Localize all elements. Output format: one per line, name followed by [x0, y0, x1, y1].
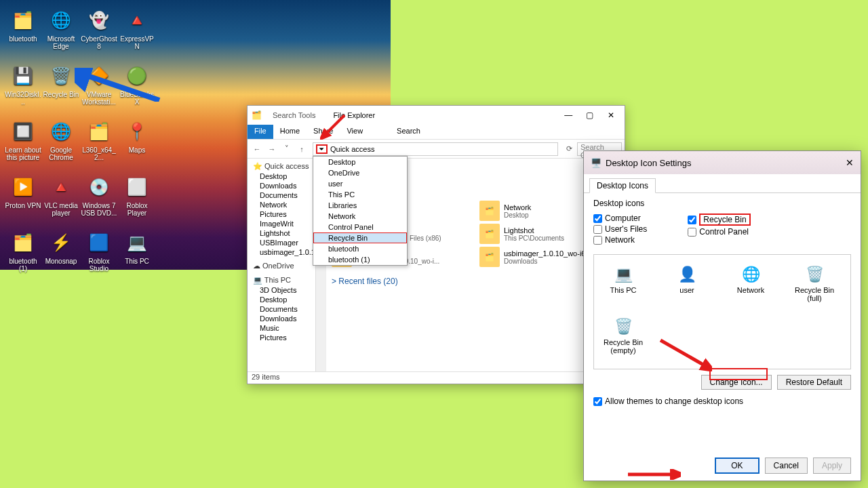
desktop-icon-bluetooth[interactable]: 🗂️bluetooth — [4, 4, 42, 60]
desktop-icon-bluetooth-1-[interactable]: 🗂️bluetooth (1) — [4, 226, 42, 282]
allow-themes-checkbox[interactable]: Allow themes to change desktop icons — [593, 396, 851, 406]
ok-button[interactable]: OK — [715, 458, 759, 474]
nav-up[interactable]: ↑ — [295, 145, 309, 153]
allow-themes-input[interactable] — [593, 397, 602, 406]
dropdown-item-network[interactable]: Network — [313, 211, 407, 222]
icon-label: This PC — [125, 258, 149, 265]
nav-item-3d-objects[interactable]: 3D Objects — [248, 285, 326, 295]
explorer-titlebar[interactable]: 🗂️ Search Tools File Explorer — ▢ ✕ — [248, 106, 625, 125]
dialog-close-button[interactable]: ✕ — [846, 157, 854, 168]
desktop-icon-cyberghost-8[interactable]: 👻CyberGhost 8 — [80, 4, 118, 60]
desktop-icon-vlc-media-player[interactable]: 🔺VLC media player — [42, 171, 80, 226]
folder-icon: 🗂️ — [479, 247, 500, 267]
desktop-icon-vmware-workstati-[interactable]: 🔶VMware Workstati... — [80, 60, 118, 115]
checkbox-control-panel[interactable]: Control Panel — [688, 227, 750, 237]
checkbox-recycle-bin[interactable]: Recycle Bin — [688, 214, 750, 226]
desktop-icon-google-chrome[interactable]: 🌐Google Chrome — [42, 115, 80, 171]
dropdown-item-onedrive[interactable]: OneDrive — [313, 167, 407, 178]
dropdown-item-user[interactable]: user — [313, 178, 407, 189]
minimize-button[interactable]: — — [559, 110, 578, 120]
icon-preview-grid[interactable]: 💻This PC👤user🌐Network🗑️Recycle Bin (full… — [593, 254, 851, 369]
address-bar[interactable]: ⏷ Quick access DesktopOneDriveuserThis P… — [313, 142, 558, 156]
ribbon-home[interactable]: Home — [273, 125, 307, 139]
nav-back[interactable]: ← — [250, 145, 264, 153]
icon-label: bluetooth — [9, 35, 37, 43]
window-title: File Explorer — [326, 110, 382, 121]
maximize-button[interactable]: ▢ — [580, 110, 599, 120]
nav-item-downloads[interactable]: Downloads — [248, 314, 326, 323]
checkbox-input[interactable] — [688, 216, 696, 224]
nav-recent[interactable]: ˅ — [280, 144, 294, 153]
checkbox-user-s-files[interactable]: User's Files — [593, 224, 647, 234]
nav-item-desktop[interactable]: Desktop — [248, 295, 326, 304]
desktop-icon-bluestacks-x[interactable]: 🟢BlueStacks X — [118, 60, 156, 115]
checkbox-computer[interactable]: Computer — [593, 214, 647, 223]
checkbox-network[interactable]: Network — [593, 235, 647, 245]
dropdown-item-desktop[interactable]: Desktop — [313, 157, 407, 167]
tab-desktop-icons[interactable]: Desktop Icons — [589, 178, 656, 193]
dialog-titlebar[interactable]: 🖥️ Desktop Icon Settings ✕ — [584, 151, 861, 174]
dropdown-item-control-panel[interactable]: Control Panel — [313, 222, 407, 232]
checkbox-input[interactable] — [688, 228, 696, 237]
recent-files-header[interactable]: > Recent files (20) — [332, 277, 619, 286]
dropdown-item-bluetooth-1-[interactable]: bluetooth (1) — [313, 254, 407, 265]
dropdown-item-this-pc[interactable]: This PC — [313, 189, 407, 200]
preview-icon-this-pc[interactable]: 💻This PC — [599, 263, 647, 308]
desktop-icon-win32diski-[interactable]: 💾Win32DiskI... — [4, 60, 42, 115]
icon-label: VMware Workstati... — [81, 91, 117, 106]
ribbon-file[interactable]: File — [248, 125, 273, 139]
ribbon-search[interactable]: Search — [390, 125, 427, 139]
desktop-icon-this-pc[interactable]: 💻This PC — [118, 226, 156, 282]
desktop-icon-maps[interactable]: 📍Maps — [118, 115, 156, 171]
nav-fwd[interactable]: → — [265, 145, 279, 153]
restore-default-button[interactable]: Restore Default — [777, 375, 851, 390]
preview-icon-recycle-bin-empty-[interactable]: 🗑️Recycle Bin (empty) — [599, 315, 647, 361]
search-tools-tab[interactable]: Search Tools — [266, 110, 322, 121]
desktop-icon-roblox-player[interactable]: ⬜Roblox Player — [118, 171, 156, 226]
checkbox-input[interactable] — [593, 236, 602, 245]
icon-label: Google Chrome — [43, 146, 79, 161]
desktop-icon-roblox-studio[interactable]: 🟦Roblox Studio — [80, 226, 118, 282]
dropdown-item-libraries[interactable]: Libraries — [313, 200, 407, 211]
checkbox-input[interactable] — [593, 225, 602, 234]
address-chevron-highlight[interactable]: ⏷ — [316, 144, 328, 154]
desktop-icon-learn-about-this-picture[interactable]: 🔲Learn about this picture — [4, 115, 42, 171]
app-icon: 🔲 — [9, 118, 37, 145]
icon-label: VLC media player — [43, 202, 79, 217]
folder-icon: 🗂️ — [252, 110, 262, 120]
address-dropdown: DesktopOneDriveuserThis PCLibrariesNetwo… — [313, 156, 408, 266]
folder-path: Desktop — [504, 211, 531, 219]
ribbon-view[interactable]: View — [340, 125, 370, 139]
cancel-button[interactable]: Cancel — [765, 458, 808, 474]
desktop-icon-proton-vpn[interactable]: ▶️Proton VPN — [4, 171, 42, 226]
app-icon: 🟦 — [85, 229, 113, 256]
preview-icon-user[interactable]: 👤user — [663, 263, 711, 308]
group-title: Desktop icons — [593, 199, 851, 208]
icon-label: BlueStacks X — [119, 91, 155, 106]
icon-label: Recycle Bin — [43, 91, 79, 98]
icon-label: Microsoft Edge — [43, 35, 79, 50]
desktop-icon-l360-x64-2-[interactable]: 🗂️L360_x64_2... — [80, 115, 118, 171]
desktop-icon-recycle-bin[interactable]: 🗑️Recycle Bin — [42, 60, 80, 115]
change-icon-button[interactable]: Change Icon... — [701, 375, 772, 390]
nav-item-pictures[interactable]: Pictures — [248, 333, 326, 342]
checkbox-input[interactable] — [593, 214, 602, 223]
close-button[interactable]: ✕ — [601, 110, 620, 120]
dropdown-item-bluetooth[interactable]: bluetooth — [313, 243, 407, 254]
preview-icon-label: Network — [737, 286, 764, 294]
desktop-icon-expressvpn[interactable]: 🔺ExpressVPN — [118, 4, 156, 60]
ribbon-share[interactable]: Share — [307, 125, 340, 139]
desktop-icon-microsoft-edge[interactable]: 🌐Microsoft Edge — [42, 4, 80, 60]
desktop-icon-windows-7-usb-dvd-[interactable]: 💿Windows 7 USB DVD... — [80, 171, 118, 226]
apply-button[interactable]: Apply — [813, 458, 851, 474]
icon-label: Monosnap — [45, 258, 77, 265]
nav-item-documents[interactable]: Documents — [248, 304, 326, 314]
nav-item-music[interactable]: Music — [248, 323, 326, 333]
nav-this-pc[interactable]: 💻 This PC — [248, 275, 326, 285]
preview-icon-recycle-bin-full-[interactable]: 🗑️Recycle Bin (full) — [791, 263, 838, 308]
preview-icon-network[interactable]: 🌐Network — [727, 263, 774, 308]
dropdown-item-recycle-bin[interactable]: Recycle Bin — [313, 232, 407, 243]
icon-label: bluetooth (1) — [5, 258, 41, 272]
desktop-icon-monosnap[interactable]: ⚡Monosnap — [42, 226, 80, 282]
refresh-button[interactable]: ⟳ — [562, 144, 576, 153]
